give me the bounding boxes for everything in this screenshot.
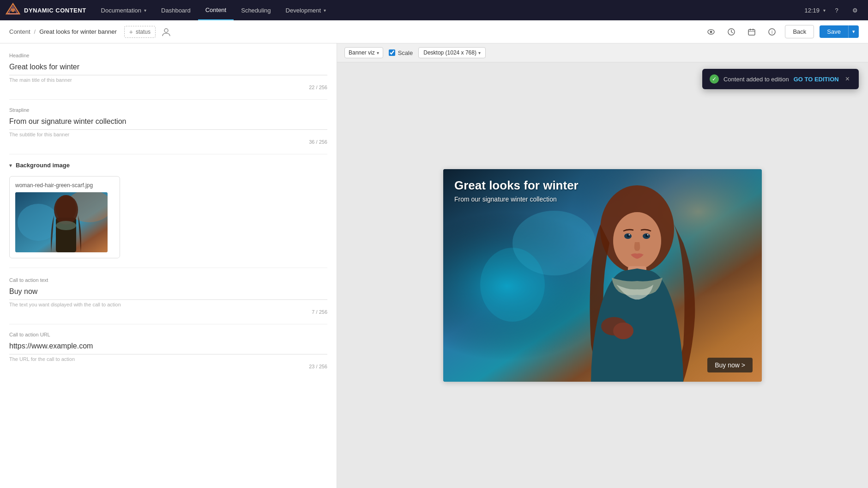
save-dropdown-arrow: ▾: [852, 29, 855, 34]
gear-icon: ⚙: [852, 7, 858, 14]
desktop-size-select[interactable]: Desktop (1024 x 768) ▾: [418, 47, 486, 58]
app-name: DYNAMIC CONTENT: [24, 7, 86, 14]
left-panel: Headline The main title of this banner 2…: [0, 43, 337, 488]
save-button-group: Save ▾: [820, 25, 859, 38]
nav-time: 12:19: [804, 7, 820, 14]
nav-documentation-label: Documentation: [101, 7, 141, 14]
thumbnail-image: [15, 192, 108, 252]
nav-documentation[interactable]: Documentation ▾: [94, 0, 154, 20]
svg-point-3: [164, 29, 168, 32]
cta-text-count: 7 / 256: [9, 309, 327, 315]
cta-url-label: Call to action URL: [9, 332, 327, 337]
history-icon-btn[interactable]: [724, 24, 739, 39]
headline-hint: The main title of this banner: [9, 77, 327, 83]
svg-point-27: [613, 212, 661, 269]
nav-dashboard-label: Dashboard: [161, 7, 191, 14]
status-button[interactable]: + status: [124, 26, 156, 38]
nav-development[interactable]: Development ▾: [278, 0, 334, 20]
headline-field-group: Headline The main title of this banner 2…: [9, 53, 327, 90]
svg-point-32: [629, 234, 630, 235]
eye-icon-btn[interactable]: [704, 24, 718, 39]
image-thumbnail: [15, 192, 108, 252]
question-icon: ?: [835, 7, 838, 14]
save-dropdown-button[interactable]: ▾: [848, 25, 859, 38]
top-navigation: DYNAMIC CONTENT Documentation ▾ Dashboar…: [0, 0, 868, 20]
section-toggle-icon: ▾: [9, 162, 12, 169]
back-button[interactable]: Back: [785, 25, 814, 38]
desktop-size-arrow: ▾: [478, 50, 481, 55]
strapline-hint: The subtitle for this banner: [9, 132, 327, 137]
settings-icon-btn[interactable]: ⚙: [848, 3, 862, 18]
cta-url-input[interactable]: [9, 340, 327, 354]
svg-point-2: [11, 8, 15, 12]
headline-input[interactable]: [9, 61, 327, 75]
svg-rect-7: [748, 30, 755, 35]
svg-point-5: [710, 30, 712, 33]
toast-notification: ✓ Content added to edition GO TO EDITION…: [702, 69, 859, 89]
strapline-label: Strapline: [9, 107, 327, 113]
nav-time-arrow: ▾: [823, 8, 826, 13]
background-image-label: Background image: [16, 162, 70, 169]
history-icon: [727, 28, 735, 36]
scale-checkbox-group: Scale: [389, 49, 413, 56]
right-panel: Banner viz ▾ Scale Desktop (1024 x 768) …: [337, 43, 868, 488]
desktop-size-label: Desktop (1024 x 768): [423, 49, 476, 56]
headline-count: 22 / 256: [9, 85, 327, 90]
user-avatar-button[interactable]: [159, 25, 173, 39]
banner-preview: Great looks for winter From our signatur…: [443, 169, 762, 382]
scale-checkbox[interactable]: [389, 49, 395, 56]
status-label: status: [136, 29, 151, 35]
banner-viz-select[interactable]: Banner viz ▾: [344, 47, 383, 58]
main-area: Headline The main title of this banner 2…: [0, 43, 868, 488]
strapline-field-group: Strapline The subtitle for this banner 3…: [9, 107, 327, 145]
image-upload-box[interactable]: woman-red-hair-green-scarf.jpg: [9, 176, 120, 258]
help-icon-btn[interactable]: ?: [829, 3, 844, 18]
nav-content[interactable]: Content: [198, 0, 234, 20]
banner-viz-arrow: ▾: [377, 50, 379, 55]
breadcrumb-root[interactable]: Content: [9, 28, 30, 35]
breadcrumb-right-actions: i Back Save ▾: [704, 24, 859, 39]
image-thumb-inner: [15, 192, 108, 252]
info-icon: i: [768, 28, 776, 36]
cta-url-count: 23 / 256: [9, 364, 327, 369]
banner-cta-button[interactable]: Buy now >: [707, 358, 753, 372]
svg-point-36: [613, 323, 633, 339]
breadcrumb-separator: /: [34, 28, 36, 35]
toast-close-button[interactable]: ×: [844, 75, 851, 83]
calendar-icon: [747, 28, 756, 36]
svg-point-19: [56, 221, 76, 230]
cta-text-hint: The text you want displayed with the cal…: [9, 302, 327, 307]
background-image-section-header[interactable]: ▾ Background image: [9, 162, 327, 169]
nav-scheduling[interactable]: Scheduling: [234, 0, 278, 20]
nav-content-label: Content: [205, 6, 227, 13]
svg-point-33: [647, 234, 649, 235]
status-plus-icon: +: [129, 28, 133, 36]
svg-point-24: [480, 248, 545, 322]
breadcrumb-current: Great looks for winter banner: [39, 28, 117, 35]
save-button[interactable]: Save: [820, 25, 848, 38]
breadcrumb-bar: Content / Great looks for winter banner …: [0, 20, 868, 43]
cta-text-label: Call to action text: [9, 277, 327, 283]
image-filename: woman-red-hair-green-scarf.jpg: [15, 182, 114, 189]
user-icon: [161, 27, 171, 37]
cta-text-input[interactable]: [9, 286, 327, 300]
svg-point-18: [54, 195, 78, 225]
app-logo[interactable]: DYNAMIC CONTENT: [6, 3, 86, 18]
nav-dashboard[interactable]: Dashboard: [154, 0, 198, 20]
calendar-icon-btn[interactable]: [744, 24, 759, 39]
strapline-input[interactable]: [9, 116, 327, 130]
banner-subtitle: From our signature winter collection: [454, 195, 579, 203]
svg-text:i: i: [772, 30, 772, 35]
banner-title: Great looks for winter: [454, 178, 579, 193]
toast-check-icon: ✓: [710, 74, 719, 84]
cta-url-hint: The URL for the call to action: [9, 356, 327, 362]
info-icon-btn[interactable]: i: [765, 24, 779, 39]
headline-label: Headline: [9, 53, 327, 58]
nav-development-label: Development: [286, 7, 321, 14]
banner-text-overlay: Great looks for winter From our signatur…: [454, 178, 579, 203]
toast-action-link[interactable]: GO TO EDITION: [794, 76, 839, 83]
cta-text-field-group: Call to action text The text you want di…: [9, 277, 327, 315]
toast-message: Content added to edition: [723, 76, 789, 83]
scale-label: Scale: [398, 49, 413, 56]
preview-toolbar: Banner viz ▾ Scale Desktop (1024 x 768) …: [337, 43, 868, 62]
